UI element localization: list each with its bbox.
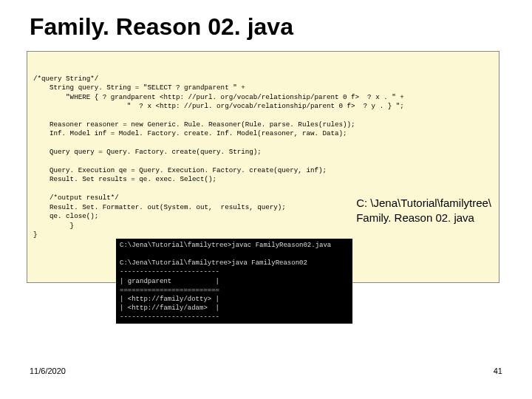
footer-page-number: 41 bbox=[494, 366, 502, 375]
slide: Family. Reason 02. java /*query String*/… bbox=[0, 0, 532, 399]
code-block: /*query String*/ String query. String = … bbox=[27, 51, 499, 283]
terminal-output: C:\Jena\Tutorial\familytree>javac Family… bbox=[116, 239, 352, 324]
file-path-label: C: \Jena\Tutorial\familytree\ Family. Re… bbox=[356, 196, 491, 225]
footer-date: 11/6/2020 bbox=[30, 366, 66, 375]
slide-title: Family. Reason 02. java bbox=[30, 13, 505, 41]
